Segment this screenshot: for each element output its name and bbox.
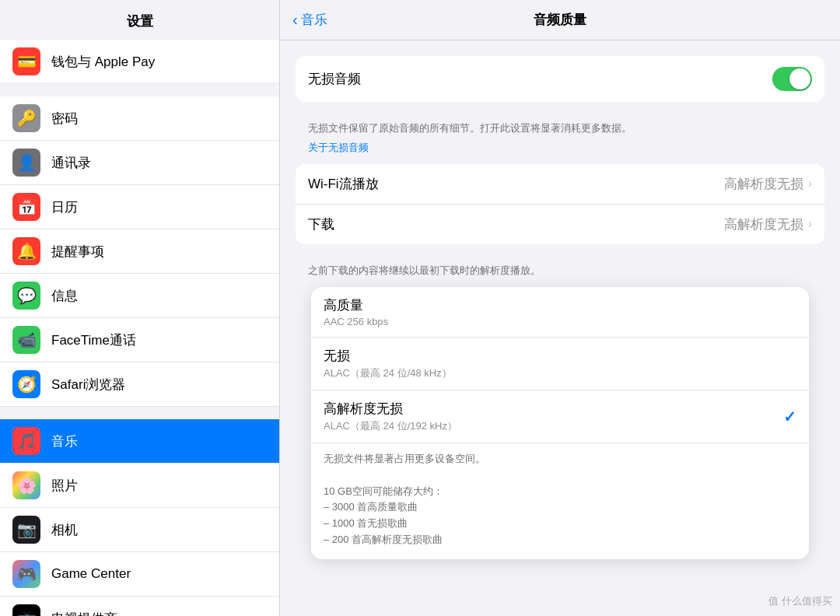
photos-icon: 🌸 xyxy=(12,471,40,499)
sidebar-item-label-contacts: 通讯录 xyxy=(51,154,91,172)
dropdown-item-name-0: 高质量 xyxy=(324,296,388,314)
gamecenter-icon: 🎮 xyxy=(12,560,40,588)
sidebar-gap xyxy=(0,84,279,96)
lossless-card: 无损音频 xyxy=(296,56,824,102)
sidebar-item-password[interactable]: 🔑密码 xyxy=(0,96,279,141)
sidebar-item-label-messages: 信息 xyxy=(51,287,78,305)
lossless-toggle[interactable] xyxy=(772,67,812,91)
wifi-label: Wi-Fi流播放 xyxy=(308,175,379,193)
sidebar-item-calendar[interactable]: 📅日历 xyxy=(0,185,279,229)
sidebar-item-facetime[interactable]: 📹FaceTime通话 xyxy=(0,318,279,362)
dropdown-item-name-1: 无损 xyxy=(324,347,452,365)
sidebar-item-label-tv: 电视提供商 xyxy=(51,610,117,617)
dropdown-checkmark-2: ✓ xyxy=(783,408,796,426)
contacts-icon: 👤 xyxy=(12,149,40,177)
dropdown-item-sub-0: AAC 256 kbps xyxy=(324,316,388,327)
sidebar-item-messages[interactable]: 💬信息 xyxy=(0,274,279,318)
quality-dropdown: 高质量AAC 256 kbps无损ALAC（最高 24 位/48 kHz）高解析… xyxy=(311,287,809,559)
dropdown-item-info-1: 无损ALAC（最高 24 位/48 kHz） xyxy=(324,347,452,380)
sidebar-item-photos[interactable]: 🌸照片 xyxy=(0,464,279,508)
facetime-icon: 📹 xyxy=(12,326,40,354)
dropdown-item-sub-2: ALAC（最高 24 位/192 kHz） xyxy=(324,419,457,433)
lossless-toggle-label: 无损音频 xyxy=(308,70,361,88)
sidebar-item-label-photos: 照片 xyxy=(51,477,78,495)
sidebar-item-label-wallet: 钱包与 Apple Pay xyxy=(51,53,155,71)
sidebar-item-label-facetime: FaceTime通话 xyxy=(51,331,136,349)
dropdown-item-info-0: 高质量AAC 256 kbps xyxy=(324,296,388,327)
dropdown-item-info-2: 高解析度无损ALAC（最高 24 位/192 kHz） xyxy=(324,400,457,433)
sidebar-item-label-gamecenter: Game Center xyxy=(51,566,131,582)
messages-icon: 💬 xyxy=(12,282,40,310)
sidebar-item-music[interactable]: 🎵音乐 xyxy=(0,419,279,464)
content-panel: ‹ 音乐 音频质量 无损音频 无损文件保留了原始音频的所有细节。打开此设置将显著… xyxy=(280,0,840,616)
back-chevron-icon: ‹ xyxy=(292,11,298,29)
calendar-icon: 📅 xyxy=(12,193,40,221)
tv-icon: 📺 xyxy=(12,604,40,616)
sidebar-title: 设置 xyxy=(0,0,279,40)
sidebar-item-label-reminders: 提醒事项 xyxy=(51,243,104,261)
content-body: 无损音频 无损文件保留了原始音频的所有细节。打开此设置将显著消耗更多数据。 关于… xyxy=(280,40,840,616)
sidebar-item-wallet[interactable]: 💳钱包与 Apple Pay xyxy=(0,40,279,84)
dropdown-footer-text: 无损文件将显著占用更多设备空间。10 GB空间可能储存大约：– 3000 首高质… xyxy=(324,451,796,548)
watermark: 值 什么值得买 xyxy=(768,594,832,608)
back-button[interactable]: ‹ 音乐 xyxy=(292,11,327,29)
wifi-value-group: 高解析度无损 › xyxy=(724,175,812,193)
dropdown-item-sub-1: ALAC（最高 24 位/48 kHz） xyxy=(324,366,452,380)
lossless-link[interactable]: 关于无损音频 xyxy=(296,139,824,164)
sidebar-item-label-calendar: 日历 xyxy=(51,198,78,216)
download-value-group: 高解析度无损 › xyxy=(724,215,812,233)
wifi-streaming-row[interactable]: Wi-Fi流播放 高解析度无损 › xyxy=(296,164,824,205)
sidebar-item-safari[interactable]: 🧭Safari浏览器 xyxy=(0,362,279,407)
sidebar-items: 💳钱包与 Apple Pay🔑密码👤通讯录📅日历🔔提醒事项💬信息📹FaceTim… xyxy=(0,40,279,616)
page-title: 音频质量 xyxy=(534,11,586,29)
sidebar-gap xyxy=(0,407,279,419)
dropdown-item-1[interactable]: 无损ALAC（最高 24 位/48 kHz） xyxy=(311,338,809,390)
content-header: ‹ 音乐 音频质量 xyxy=(280,0,840,40)
sidebar-item-tv[interactable]: 📺电视提供商 xyxy=(0,597,279,616)
download-chevron-icon: › xyxy=(808,217,812,231)
sidebar-item-label-camera: 相机 xyxy=(51,521,78,539)
sidebar-item-contacts[interactable]: 👤通讯录 xyxy=(0,141,279,185)
safari-icon: 🧭 xyxy=(12,370,40,398)
sidebar-item-gamecenter[interactable]: 🎮Game Center xyxy=(0,552,279,597)
dropdown-footer: 无损文件将显著占用更多设备空间。10 GB空间可能储存大约：– 3000 首高质… xyxy=(311,443,809,559)
lossless-toggle-row: 无损音频 xyxy=(296,56,824,102)
dropdown-item-2[interactable]: 高解析度无损ALAC（最高 24 位/192 kHz）✓ xyxy=(311,390,809,443)
wifi-chevron-icon: › xyxy=(808,177,812,191)
download-value: 高解析度无损 xyxy=(724,215,803,233)
sidebar-item-label-password: 密码 xyxy=(51,110,78,128)
download-label: 下载 xyxy=(308,215,334,233)
sidebar-item-label-music: 音乐 xyxy=(51,432,78,450)
sidebar-item-camera[interactable]: 📷相机 xyxy=(0,508,279,552)
camera-icon: 📷 xyxy=(12,516,40,544)
sidebar-item-label-safari: Safari浏览器 xyxy=(51,376,125,394)
dropdown-item-name-2: 高解析度无损 xyxy=(324,400,457,418)
back-label: 音乐 xyxy=(301,11,327,29)
quality-card: Wi-Fi流播放 高解析度无损 › 下载 高解析度无损 › xyxy=(296,164,824,244)
download-row[interactable]: 下载 高解析度无损 › xyxy=(296,205,824,244)
toggle-knob xyxy=(789,68,810,89)
dropdown-item-0[interactable]: 高质量AAC 256 kbps xyxy=(311,287,809,338)
wifi-value: 高解析度无损 xyxy=(724,175,803,193)
password-icon: 🔑 xyxy=(12,104,40,132)
music-icon: 🎵 xyxy=(12,427,40,455)
lossless-description: 无损文件保留了原始音频的所有细节。打开此设置将显著消耗更多数据。 xyxy=(296,114,824,139)
reminders-icon: 🔔 xyxy=(12,237,40,265)
sidebar-item-reminders[interactable]: 🔔提醒事项 xyxy=(0,229,279,274)
download-note: 之前下载的内容将继续以最初下载时的解析度播放。 xyxy=(296,257,824,282)
sidebar: 设置 💳钱包与 Apple Pay🔑密码👤通讯录📅日历🔔提醒事项💬信息📹Face… xyxy=(0,0,280,616)
wallet-icon: 💳 xyxy=(12,47,40,75)
